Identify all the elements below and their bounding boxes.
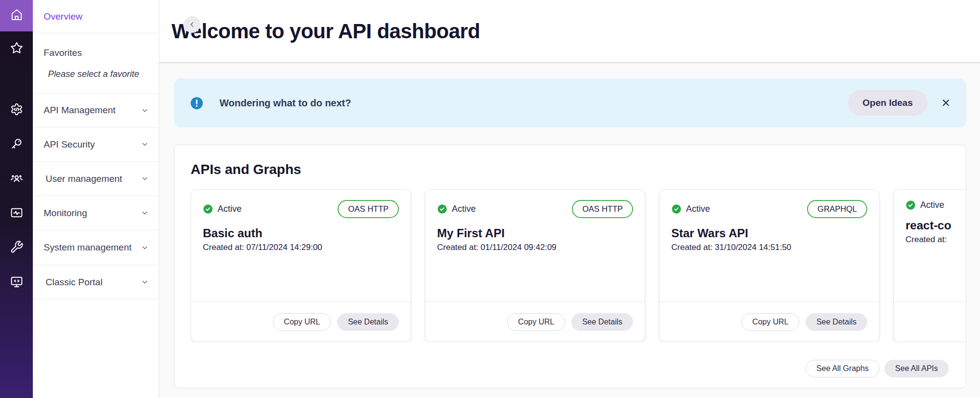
close-icon[interactable]: ✕ xyxy=(940,97,952,110)
sidebar-item-user-management[interactable]: User management xyxy=(33,162,159,196)
created-value: 31/10/2024 14:51:50 xyxy=(715,243,791,252)
see-all-apis-button[interactable]: See All APIs xyxy=(884,360,949,377)
created-label: Created at: xyxy=(437,243,478,252)
info-banner: Wondering what to do next? Open Ideas ✕ xyxy=(174,78,966,127)
api-card-created: Created at: 01/11/2024 09:42:09 xyxy=(437,243,633,252)
status-row: Active OAS HTTP xyxy=(203,200,399,218)
home-icon xyxy=(10,8,24,24)
see-details-button[interactable]: See Details xyxy=(571,313,633,331)
sidebar-item-label: API Management xyxy=(44,105,116,116)
info-icon xyxy=(190,97,203,110)
chevron-down-icon xyxy=(141,278,149,286)
card-footer: Copy URL See Details xyxy=(660,301,879,342)
chevron-down-icon xyxy=(141,209,149,217)
copy-url-button[interactable]: Copy URL xyxy=(741,313,799,331)
status-badge: Active xyxy=(686,204,710,214)
sidebar-item-label: System management xyxy=(44,242,132,253)
sidebar-item-api-security[interactable]: API Security xyxy=(33,127,159,162)
api-type-badge: OAS HTTP xyxy=(338,200,399,218)
content-area: Wondering what to do next? Open Ideas ✕ … xyxy=(159,63,980,398)
see-details-button[interactable]: See Details xyxy=(337,313,399,331)
rail-item-favorites[interactable] xyxy=(0,35,33,63)
api-card-created: Created at: 07/11/2024 14:29:00 xyxy=(203,243,399,252)
api-card: Active OAS HTTP My First API Created at:… xyxy=(425,189,645,342)
page-title: Welcome to your API dashboard xyxy=(172,20,480,43)
see-details-button[interactable]: See Details xyxy=(806,313,867,331)
card-footer: Copy URL See Details xyxy=(894,301,966,342)
status-badge: Active xyxy=(452,204,476,214)
created-label: Created at: xyxy=(671,243,712,252)
favorites-empty-note: Please select a favorite xyxy=(44,69,139,79)
api-type-badge: OAS HTTP xyxy=(572,200,633,218)
status-row: Active xyxy=(906,200,966,210)
chevron-left-icon xyxy=(188,21,196,28)
created-value: 07/11/2024 14:29:00 xyxy=(246,243,322,252)
portal-icon xyxy=(10,275,24,291)
api-cards-row: Active OAS HTTP Basic auth Created at: 0… xyxy=(191,189,966,342)
see-all-row: See All Graphs See All APIs xyxy=(191,360,966,377)
api-card: Active OAS HTTP Basic auth Created at: 0… xyxy=(191,189,411,342)
created-label: Created at: xyxy=(906,235,947,244)
icon-rail xyxy=(0,0,33,398)
star-icon xyxy=(10,41,24,57)
api-card-created: Created at: xyxy=(906,235,966,245)
copy-url-button[interactable]: Copy URL xyxy=(507,313,565,331)
sidebar-item-api-management[interactable]: API Management xyxy=(33,94,159,127)
sidebar-item-favorites[interactable]: Favorites xyxy=(44,48,82,58)
api-card-created: Created at: 31/10/2024 14:51:50 xyxy=(671,243,867,252)
sidebar-item-overview[interactable]: Overview xyxy=(33,0,159,33)
check-circle-icon xyxy=(437,204,447,214)
copy-url-button[interactable]: Copy URL xyxy=(273,313,331,331)
api-type-badge: GRAPHQL xyxy=(807,200,867,218)
api-card: Active GRAPHQL Star Wars API Created at:… xyxy=(659,189,880,342)
sidebar-group-favorites: Favorites Please select a favorite xyxy=(33,33,159,94)
open-ideas-button[interactable]: Open Ideas xyxy=(848,90,927,116)
rail-item-monitoring[interactable] xyxy=(0,200,33,227)
wrench-icon xyxy=(10,240,24,256)
see-all-graphs-button[interactable]: See All Graphs xyxy=(806,360,880,377)
card-footer: Copy URL See Details xyxy=(191,301,411,342)
rail-item-api-management[interactable] xyxy=(0,97,33,124)
sidebar-item-system-management[interactable]: System management xyxy=(33,230,159,265)
card-body: Active react-co Created at: xyxy=(894,190,966,301)
card-body: Active GRAPHQL Star Wars API Created at:… xyxy=(660,190,879,301)
check-circle-icon xyxy=(906,200,916,210)
rail-item-api-security[interactable] xyxy=(0,131,33,158)
sidebar-menu: Overview Favorites Please select a favor… xyxy=(33,0,159,398)
sidebar-collapse-button[interactable] xyxy=(184,16,200,33)
rail-item-overview[interactable] xyxy=(0,0,33,31)
page-header: Welcome to your API dashboard xyxy=(159,0,980,63)
api-card-title: My First API xyxy=(437,226,633,240)
key-icon xyxy=(10,137,24,152)
api-card-title: Star Wars API xyxy=(671,226,867,240)
panel-title: APIs and Graphs xyxy=(191,162,966,177)
gear-code-icon xyxy=(10,102,24,118)
created-value: 01/11/2024 09:42:09 xyxy=(481,243,557,252)
rail-item-classic-portal[interactable] xyxy=(0,269,33,297)
status-row: Active GRAPHQL xyxy=(671,200,867,218)
main-content: Welcome to your API dashboard Wondering … xyxy=(159,0,980,398)
rail-item-user-management[interactable] xyxy=(0,166,33,193)
users-icon xyxy=(10,172,24,187)
check-circle-icon xyxy=(203,204,213,214)
sidebar-item-label: API Security xyxy=(44,139,95,150)
monitor-pulse-icon xyxy=(10,206,24,222)
card-body: Active OAS HTTP My First API Created at:… xyxy=(425,190,645,301)
chevron-down-icon xyxy=(141,244,149,252)
chevron-down-icon xyxy=(141,140,149,149)
apis-and-graphs-panel: APIs and Graphs Active OAS HTTP Basic au… xyxy=(174,145,966,388)
sidebar-item-label: Classic Portal xyxy=(46,277,102,288)
api-card-title: Basic auth xyxy=(203,226,399,240)
rail-item-system-management[interactable] xyxy=(0,234,33,262)
card-body: Active OAS HTTP Basic auth Created at: 0… xyxy=(191,190,411,301)
status-row: Active OAS HTTP xyxy=(437,200,633,218)
sidebar-item-monitoring[interactable]: Monitoring xyxy=(33,196,159,230)
status-badge: Active xyxy=(920,200,944,210)
sidebar-item-label: Overview xyxy=(44,11,82,22)
sidebar-item-classic-portal[interactable]: Classic Portal xyxy=(33,265,159,299)
chevron-down-icon xyxy=(141,174,149,183)
api-card-title: react-co xyxy=(906,219,966,232)
chevron-down-icon xyxy=(141,106,149,115)
banner-message: Wondering what to do next? xyxy=(220,98,351,109)
card-footer: Copy URL See Details xyxy=(425,301,645,342)
